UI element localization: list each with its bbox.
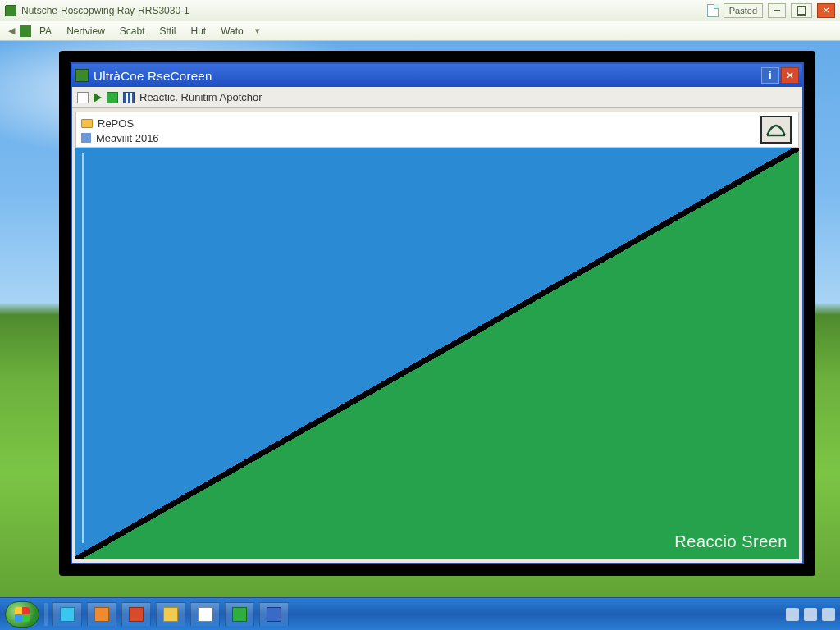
app-toolbar: Reactic. Runitim Apotchor	[72, 87, 802, 108]
taskbar-app[interactable]	[156, 602, 185, 627]
taskbar-app[interactable]	[87, 602, 116, 627]
app-window-title: UltràCoe RseCoreen	[94, 69, 756, 83]
app-glyph-icon	[129, 607, 144, 622]
tray-icon[interactable]	[804, 608, 817, 621]
paused-button[interactable]: Pasted	[724, 3, 763, 18]
ruler-line	[82, 153, 84, 543]
host-app-icon	[5, 5, 16, 16]
app-titlebar[interactable]: UltràCoe RseCoreen i ✕	[72, 64, 802, 87]
menu-item-sttil[interactable]: Sttil	[153, 24, 183, 39]
app-window-icon	[75, 69, 89, 82]
list-item[interactable]: RePOS	[81, 116, 793, 130]
app-glyph-icon	[94, 607, 109, 622]
menu-overflow-icon[interactable]: ▾	[252, 24, 263, 38]
menu-item-wato[interactable]: Wato	[214, 24, 250, 39]
menu-item-hut[interactable]: Hut	[185, 24, 213, 39]
taskbar	[0, 597, 840, 630]
toolbar-caption: Reactic. Runitim Apotchor	[139, 91, 262, 103]
preview-canvas: Reaccio Sreen	[75, 148, 799, 559]
host-titlebar: Nutsche-Roscopwing Ray-RRS3030-1 Pasted	[0, 0, 840, 21]
app-glyph-icon	[163, 607, 178, 622]
app-window: UltràCoe RseCoreen i ✕ Reactic. Runitim …	[71, 62, 804, 564]
record-icon[interactable]	[107, 92, 118, 103]
nav-back-icon[interactable]: ◀	[5, 24, 18, 38]
taskbar-app[interactable]	[121, 602, 151, 627]
monitor-bezel: UltràCoe RseCoreen i ✕ Reactic. Runitim …	[59, 51, 815, 576]
app-glyph-icon	[198, 607, 212, 622]
columns-icon[interactable]	[123, 92, 135, 103]
host-minimize-button[interactable]	[768, 3, 786, 18]
folder-icon	[81, 119, 93, 128]
blue-chip-icon	[81, 133, 91, 143]
canvas-watermark: Reaccio Sreen	[674, 532, 788, 551]
app-glyph-icon	[267, 607, 281, 622]
menu-item-scabt[interactable]: Scabt	[113, 24, 152, 39]
start-button[interactable]	[5, 601, 39, 628]
list-item-label: Meaviiit 2016	[96, 132, 159, 144]
menu-item-pa[interactable]: PA	[33, 24, 58, 39]
brand-mark-icon	[760, 116, 792, 144]
app-mark-icon	[20, 25, 31, 37]
tray-icon[interactable]	[786, 608, 799, 621]
host-menubar: ◀ PA Nertview Scabt Sttil Hut Wato ▾	[0, 21, 840, 41]
start-orb-icon	[15, 607, 30, 622]
taskbar-app[interactable]	[52, 602, 82, 627]
menu-item-nertview[interactable]: Nertview	[60, 24, 112, 39]
host-close-button[interactable]	[817, 3, 835, 18]
tray-icon[interactable]	[822, 608, 835, 621]
taskbar-app[interactable]	[225, 602, 254, 627]
taskbar-separator	[44, 603, 48, 626]
item-list: RePOS Meaviiit 2016	[75, 112, 799, 148]
new-doc-icon[interactable]	[77, 92, 89, 103]
app-info-button[interactable]: i	[761, 67, 779, 84]
document-icon[interactable]	[707, 4, 719, 17]
app-close-button[interactable]: ✕	[781, 67, 799, 84]
list-item-label: RePOS	[98, 117, 134, 130]
inner-screen: UltràCoe RseCoreen i ✕ Reactic. Runitim …	[71, 62, 804, 564]
app-glyph-icon	[232, 607, 247, 622]
system-tray	[786, 608, 835, 621]
play-icon[interactable]	[94, 93, 102, 103]
taskbar-app[interactable]	[190, 602, 220, 627]
taskbar-app[interactable]	[259, 602, 289, 627]
app-glyph-icon	[60, 607, 75, 622]
desktop-wallpaper: Nutsche-Roscopwing Ray-RRS3030-1 Pasted …	[0, 0, 840, 630]
host-maximize-button[interactable]	[791, 3, 812, 18]
list-item[interactable]: Meaviiit 2016	[81, 130, 793, 145]
host-title: Nutsche-Roscopwing Ray-RRS3030-1	[21, 5, 189, 16]
